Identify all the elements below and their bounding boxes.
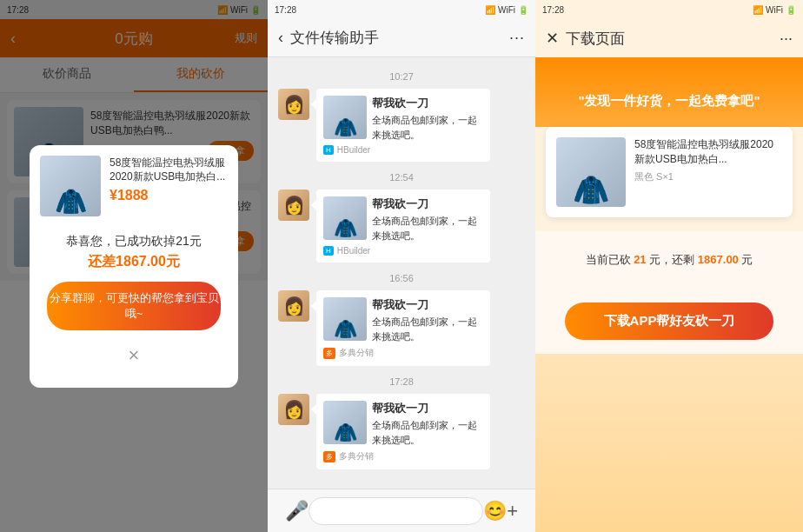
- modal-product-name: 58度智能温控电热羽绒服2020新款USB电加热白...: [110, 156, 228, 185]
- mic-icon[interactable]: 🎤: [285, 500, 309, 522]
- bubble-title-3: 帮我砍一刀: [372, 297, 483, 313]
- chat-message-3: 👩 🧥 帮我砍一刀 全场商品包邮到家，一起来挑选吧。 多: [278, 290, 525, 366]
- source-row-2: H HBuilder: [323, 246, 483, 256]
- more-button-2[interactable]: ···: [509, 29, 525, 47]
- wifi-icon-3: WiFi: [766, 5, 783, 15]
- avatar-3: 👩: [278, 290, 309, 322]
- nav-bar-2: ‹ 文件传输助手 ···: [268, 19, 535, 57]
- back-button-2[interactable]: ‹: [278, 29, 283, 47]
- bubble-text-1: 全场商品包邮到家，一起来挑选吧。: [372, 113, 483, 142]
- chat-message-2: 👩 🧥 帮我砍一刀 全场商品包邮到家，一起来挑选吧。 H: [278, 190, 525, 263]
- p3-product-section: 🧥 58度智能温控电热羽绒服2020新款USB电加热白... 黑色 S×1: [546, 127, 793, 217]
- status-time-3: 17:28: [542, 5, 564, 15]
- bubble-inner-4: 🧥 帮我砍一刀 全场商品包邮到家，一起来挑选吧。: [323, 401, 483, 447]
- chat-message-1: 👩 🧥 帮我砍一刀 全场商品包邮到家，一起来挑选吧。 H: [278, 89, 525, 162]
- page-title-3: 下载页面: [566, 29, 625, 49]
- bubble-wrap-3: 🧥 帮我砍一刀 全场商品包邮到家，一起来挑选吧。 多 多典分销: [316, 290, 525, 366]
- share-button[interactable]: 分享群聊，可更快的帮您拿到宝贝哦~: [47, 282, 221, 330]
- time-label-1: 10:27: [278, 71, 525, 82]
- hero-text: "发现一件好货，一起免费拿吧": [578, 93, 760, 110]
- bubble-person-2: 🧥: [334, 217, 357, 240]
- source-name-3: 多典分销: [339, 347, 374, 359]
- more-button-3[interactable]: ···: [780, 30, 793, 48]
- bubble-content-2: 帮我砍一刀 全场商品包邮到家，一起来挑选吧。: [372, 196, 483, 243]
- source-logo-2: H: [323, 246, 334, 256]
- page-title-2: 文件传输助手: [290, 28, 379, 48]
- chat-area: 10:27 👩 🧥 帮我砍一刀 全场商品包邮到家，一起来挑选吧。: [268, 57, 535, 489]
- bubble-title-4: 帮我砍一刀: [372, 401, 483, 416]
- source-logo-1: H: [323, 145, 334, 155]
- source-logo-4: 多: [323, 451, 335, 462]
- bubble-wrap-2: 🧥 帮我砍一刀 全场商品包邮到家，一起来挑选吧。 H HBuilder: [316, 190, 525, 263]
- battery-icon-3: 🔋: [786, 5, 796, 15]
- bubble-product-img-2: 🧥: [323, 196, 367, 240]
- source-name-4: 多典分销: [339, 450, 374, 462]
- time-label-3: 16:56: [278, 273, 525, 283]
- success-modal: 🧥 58度智能温控电热羽绒服2020新款USB电加热白... ¥1888 恭喜您…: [30, 145, 238, 388]
- bubble-4[interactable]: 🧥 帮我砍一刀 全场商品包邮到家，一起来挑选吧。 多 多典分销: [316, 394, 490, 469]
- avatar-1: 👩: [278, 89, 309, 120]
- phone1: 17:28 📶 WiFi 🔋 ‹ 0元购 规则 砍价商品 我的砍价 🧥 58度智…: [0, 0, 268, 532]
- modal-success-text: 恭喜您，已成功砍掉21元: [43, 234, 224, 249]
- bubble-text-2: 全场商品包邮到家，一起来挑选吧。: [372, 214, 483, 243]
- bubble-content-1: 帮我砍一刀 全场商品包邮到家，一起来挑选吧。: [372, 96, 483, 142]
- bubble-person-4: 🧥: [334, 422, 357, 444]
- remain-amount: 1867.00: [698, 253, 739, 266]
- source-row-3: 多 多典分销: [323, 347, 483, 359]
- status-icons-3: 📶 WiFi 🔋: [753, 5, 796, 15]
- modal-close-button[interactable]: ×: [30, 337, 238, 374]
- chat-message-4: 👩 🧥 帮我砍一刀 全场商品包邮到家，一起来挑选吧。 多: [278, 394, 525, 469]
- status-bar-3: 17:28 📶 WiFi 🔋: [535, 0, 803, 19]
- bubble-title-2: 帮我砍一刀: [372, 196, 483, 212]
- modal-success-section: 恭喜您，已成功砍掉21元 还差1867.00元 分享群聊，可更快的帮您拿到宝贝哦…: [30, 227, 238, 337]
- status-icons-2: 📶 WiFi 🔋: [485, 5, 528, 15]
- bubble-inner-2: 🧥 帮我砍一刀 全场商品包邮到家，一起来挑选吧。: [323, 196, 483, 243]
- bubble-1[interactable]: 🧥 帮我砍一刀 全场商品包邮到家，一起来挑选吧。 H HBuilder: [316, 89, 490, 162]
- p3-variant: 黑色 S×1: [634, 170, 782, 183]
- emoji-icon[interactable]: 😊: [483, 500, 507, 522]
- modal-diff-text: 还差1867.00元: [43, 253, 224, 271]
- plus-icon[interactable]: +: [507, 500, 518, 522]
- bubble-product-img-4: 🧥: [323, 401, 367, 444]
- p3-person: 🧥: [573, 172, 609, 207]
- bubble-content-4: 帮我砍一刀 全场商品包邮到家，一起来挑选吧。: [372, 401, 483, 447]
- p3-product-image: 🧥: [556, 137, 626, 207]
- phone2: 17:28 📶 WiFi 🔋 ‹ 文件传输助手 ··· 10:27 👩 🧥: [268, 0, 535, 532]
- bottom-bg-3: [535, 354, 803, 532]
- input-field-2[interactable]: [309, 497, 483, 525]
- source-row-1: H HBuilder: [323, 145, 483, 155]
- wifi-icon-2: WiFi: [498, 5, 515, 15]
- modal-price: ¥1888: [110, 188, 228, 203]
- bubble-wrap-4: 🧥 帮我砍一刀 全场商品包邮到家，一起来挑选吧。 多 多典分销: [316, 394, 525, 469]
- time-label-2: 12:54: [278, 172, 525, 183]
- bubble-product-img-1: 🧥: [323, 96, 367, 139]
- download-button[interactable]: 下载APP帮好友砍一刀: [565, 303, 773, 340]
- bubble-inner-3: 🧥 帮我砍一刀 全场商品包邮到家，一起来挑选吧。: [323, 297, 483, 343]
- status-time-2: 17:28: [275, 5, 296, 15]
- source-row-4: 多 多典分销: [323, 450, 483, 462]
- modal-person: 🧥: [55, 186, 87, 216]
- bubble-wrap-1: 🧥 帮我砍一刀 全场商品包邮到家，一起来挑选吧。 H HBuilder: [316, 89, 525, 162]
- cut-amount: 21: [634, 253, 646, 266]
- p3-product-info: 58度智能温控电热羽绒服2020新款USB电加热白... 黑色 S×1: [634, 137, 782, 207]
- close-button-3[interactable]: ✕: [546, 29, 559, 48]
- status-bar-2: 17:28 📶 WiFi 🔋: [268, 0, 535, 19]
- modal-product-info: 58度智能温控电热羽绒服2020新款USB电加热白... ¥1888: [110, 156, 228, 216]
- signal-icon-3: 📶: [753, 5, 763, 15]
- bubble-3[interactable]: 🧥 帮我砍一刀 全场商品包邮到家，一起来挑选吧。 多 多典分销: [316, 290, 490, 366]
- bubble-2[interactable]: 🧥 帮我砍一刀 全场商品包邮到家，一起来挑选吧。 H HBuilder: [316, 190, 490, 263]
- avatar-4: 👩: [278, 394, 309, 425]
- bubble-product-img-3: 🧥: [323, 297, 367, 341]
- modal-product-image: 🧥: [40, 156, 101, 216]
- modal-product-section: 🧥 58度智能温控电热羽绒服2020新款USB电加热白... ¥1888: [30, 145, 238, 227]
- source-logo-3: 多: [323, 348, 335, 359]
- bubble-text-3: 全场商品包邮到家，一起来挑选吧。: [372, 315, 483, 343]
- p3-product-name: 58度智能温控电热羽绒服2020新款USB电加热白...: [634, 137, 782, 167]
- source-name-2: HBuilder: [337, 246, 370, 256]
- battery-icon-2: 🔋: [518, 5, 528, 15]
- signal-icon-2: 📶: [485, 5, 495, 15]
- nav-bar-3: ✕ 下载页面 ···: [535, 19, 803, 57]
- bubble-inner-1: 🧥 帮我砍一刀 全场商品包邮到家，一起来挑选吧。: [323, 96, 483, 142]
- avatar-2: 👩: [278, 190, 309, 221]
- bubble-title-1: 帮我砍一刀: [372, 96, 483, 111]
